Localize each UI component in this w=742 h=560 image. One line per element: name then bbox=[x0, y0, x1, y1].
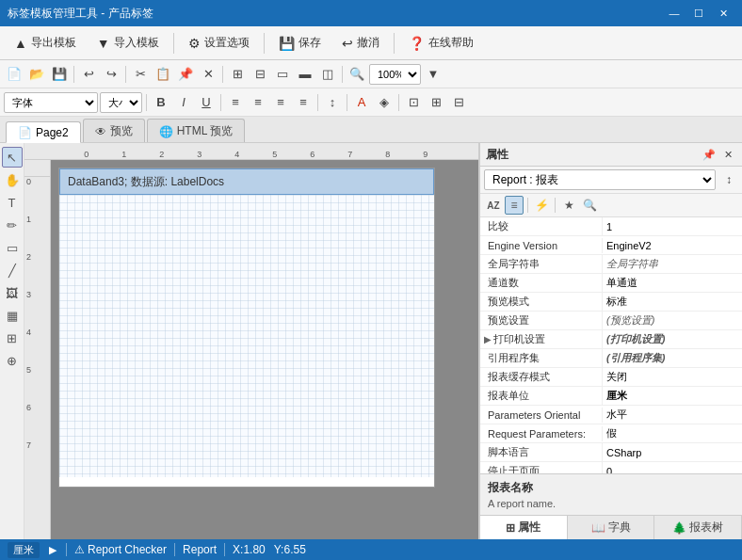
prop-row-global-str: 全局字符串 全局字符串 bbox=[480, 255, 742, 274]
design-canvas[interactable]: DataBand3; 数据源: LabelDocs bbox=[51, 160, 478, 539]
prop-val-engine[interactable]: EngineV2 bbox=[603, 238, 742, 253]
props-tab-report-tree[interactable]: 🌲 报表树 bbox=[654, 516, 742, 539]
status-play-button[interactable]: ▶ bbox=[47, 544, 58, 556]
tool-extra[interactable]: ⊕ bbox=[2, 350, 23, 371]
tool-table[interactable]: ⊞ bbox=[2, 328, 23, 348]
prop-key-channel: 通道数 bbox=[480, 274, 603, 292]
props-tb-search[interactable]: 🔍 bbox=[580, 196, 599, 215]
help-button[interactable]: ❓ 在线帮助 bbox=[400, 31, 482, 55]
tb-copy[interactable]: 📋 bbox=[153, 64, 173, 85]
tb-extra1[interactable]: ⊡ bbox=[403, 92, 424, 113]
tb-redo[interactable]: ↪ bbox=[101, 64, 121, 85]
tb-align[interactable]: ▭ bbox=[272, 64, 293, 85]
prop-val-cache-mode[interactable]: 关闭 bbox=[603, 368, 742, 386]
prop-val-refs[interactable]: (引用程序集) bbox=[603, 349, 742, 367]
tab-page2[interactable]: 📄 Page2 bbox=[6, 121, 81, 143]
prop-val-printer[interactable]: (打印机设置) bbox=[603, 330, 742, 348]
tb-zoom-arrow[interactable]: ▼ bbox=[423, 64, 444, 85]
prop-row-params-orient: Parameters Oriental 水平 bbox=[480, 406, 742, 424]
databand-label: DataBand3; 数据源: LabelDocs bbox=[68, 174, 224, 190]
databand-header[interactable]: DataBand3; 数据源: LabelDocs bbox=[59, 168, 434, 195]
tb-sep-4 bbox=[342, 66, 343, 83]
menu-bar: ▲ 导出模板 ▼ 导入模板 ⚙ 设置选项 💾 保存 ↩ 撤消 ❓ 在线帮助 bbox=[0, 26, 742, 60]
prop-val-preview-mode[interactable]: 标准 bbox=[603, 293, 742, 311]
tb-paste[interactable]: 📌 bbox=[175, 64, 196, 85]
tab-html-preview[interactable]: 🌐 HTML 预览 bbox=[147, 119, 246, 142]
font-size-select[interactable]: 大小 bbox=[100, 92, 142, 113]
tb-delete[interactable]: ✕ bbox=[198, 64, 218, 85]
prop-val-req-params[interactable]: 假 bbox=[603, 424, 742, 442]
save-button[interactable]: 💾 保存 bbox=[270, 31, 330, 55]
settings-button[interactable]: ⚙ 设置选项 bbox=[180, 31, 258, 55]
prop-val-preview-settings[interactable]: (预览设置) bbox=[603, 312, 742, 329]
tb-bold[interactable]: B bbox=[151, 92, 171, 113]
tb-underline[interactable]: U bbox=[196, 92, 217, 113]
tb-grid[interactable]: ⊞ bbox=[227, 64, 248, 85]
tb-new[interactable]: 📄 bbox=[4, 64, 24, 85]
props-sort-button[interactable]: ↕ bbox=[719, 170, 738, 189]
tb-sep-6 bbox=[220, 94, 221, 111]
tb-cut[interactable]: ✂ bbox=[130, 64, 151, 85]
tb-align-left[interactable]: ≡ bbox=[225, 92, 246, 113]
prop-val-stop-page[interactable]: 0 bbox=[603, 464, 742, 474]
tool-text[interactable]: T bbox=[2, 192, 23, 213]
canvas-area: 0 1 2 3 4 5 6 7 8 9 0 1 2 3 bbox=[24, 143, 478, 539]
undo-button[interactable]: ↩ 撤消 bbox=[333, 31, 388, 55]
tb-align-center[interactable]: ≡ bbox=[248, 92, 268, 113]
properties-panel: 属性 📌 ✕ Report : 报表 ↕ AZ ≡ ⚡ ★ 🔍 比 bbox=[478, 143, 742, 539]
props-object-select[interactable]: Report : 报表 bbox=[484, 169, 716, 190]
tool-line[interactable]: ╱ bbox=[2, 260, 23, 280]
grid-area[interactable] bbox=[59, 195, 434, 477]
tool-image[interactable]: 🖼 bbox=[2, 282, 23, 303]
tool-draw[interactable]: ✏ bbox=[2, 215, 23, 235]
export-template-button[interactable]: ▲ 导出模板 bbox=[6, 31, 85, 55]
zoom-select[interactable]: 100% bbox=[369, 64, 421, 85]
tool-barcode[interactable]: ▦ bbox=[2, 305, 23, 326]
prop-row-unit: 报表单位 厘米 bbox=[480, 387, 742, 406]
tool-rect[interactable]: ▭ bbox=[2, 237, 23, 258]
tb-undo2[interactable]: ↩ bbox=[78, 64, 99, 85]
props-tab-properties-icon: ⊞ bbox=[506, 521, 515, 535]
tb-align-right[interactable]: ≡ bbox=[270, 92, 291, 113]
tb-grid2[interactable]: ⊟ bbox=[250, 64, 270, 85]
prop-val-bijiiao[interactable]: 1 bbox=[603, 219, 742, 234]
status-sep-2 bbox=[174, 543, 175, 556]
tb-align2[interactable]: ▬ bbox=[295, 64, 315, 85]
tb-open[interactable]: 📂 bbox=[26, 64, 47, 85]
tb-bg-color[interactable]: ◈ bbox=[374, 92, 395, 113]
props-tb-events[interactable]: ⚡ bbox=[532, 196, 551, 215]
font-family-select[interactable]: 字体 bbox=[4, 92, 98, 113]
tb-line-space[interactable]: ↕ bbox=[322, 92, 343, 113]
import-template-button[interactable]: ▼ 导入模板 bbox=[89, 31, 168, 55]
status-report-label: Report bbox=[183, 543, 217, 556]
tb-justify[interactable]: ≡ bbox=[293, 92, 314, 113]
prop-val-global-str[interactable]: 全局字符串 bbox=[603, 255, 742, 273]
props-tab-properties[interactable]: ⊞ 属性 bbox=[480, 516, 568, 539]
props-tab-dictionary[interactable]: 📖 字典 bbox=[568, 516, 655, 539]
canvas-wrapper[interactable]: 0 1 2 3 4 5 6 7 DataBand3; 数据源: LabelDoc… bbox=[24, 160, 478, 539]
minimize-button[interactable]: — bbox=[663, 4, 686, 23]
tool-zoom[interactable]: ✋ bbox=[2, 169, 23, 190]
tool-select[interactable]: ↖ bbox=[2, 147, 23, 168]
prop-val-script-lang[interactable]: CSharp bbox=[603, 445, 742, 460]
props-close-button[interactable]: ✕ bbox=[719, 146, 736, 163]
props-table[interactable]: 比较 1 Engine Version EngineV2 全局字符串 全局字符串… bbox=[480, 217, 742, 473]
props-pin-button[interactable]: 📌 bbox=[701, 146, 718, 163]
status-checker: ⚠ Report Checker bbox=[74, 543, 167, 556]
tb-zoom-in[interactable]: 🔍 bbox=[347, 64, 367, 85]
tb-align3[interactable]: ◫ bbox=[317, 64, 338, 85]
prop-val-params-orient[interactable]: 水平 bbox=[603, 406, 742, 424]
tb-extra2[interactable]: ⊞ bbox=[426, 92, 446, 113]
tb-extra3[interactable]: ⊟ bbox=[448, 92, 469, 113]
props-tb-favorites[interactable]: ★ bbox=[559, 196, 578, 215]
tb-save2[interactable]: 💾 bbox=[49, 64, 70, 85]
prop-val-unit[interactable]: 厘米 bbox=[603, 387, 742, 405]
props-tb-sort-cat[interactable]: ≡ bbox=[505, 196, 524, 215]
props-tb-sort-az[interactable]: AZ bbox=[484, 196, 503, 215]
tb-font-color[interactable]: A bbox=[351, 92, 372, 113]
close-button[interactable]: ✕ bbox=[712, 4, 734, 23]
prop-val-channel[interactable]: 单通道 bbox=[603, 274, 742, 292]
maximize-button[interactable]: ☐ bbox=[687, 4, 710, 23]
tab-preview[interactable]: 👁 预览 bbox=[83, 119, 145, 142]
tb-italic[interactable]: I bbox=[173, 92, 194, 113]
